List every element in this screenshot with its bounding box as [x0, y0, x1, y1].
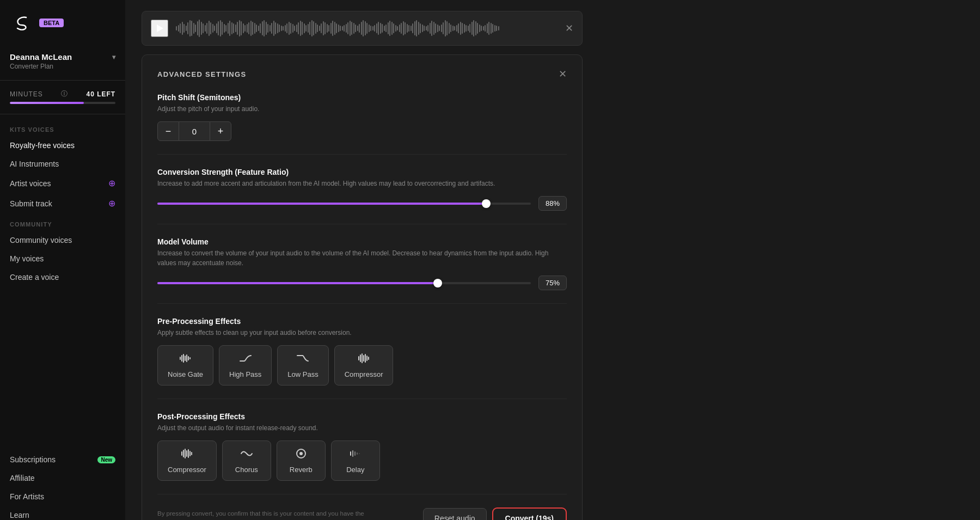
svg-rect-26 [354, 451, 356, 456]
pitch-increment-button[interactable]: + [210, 121, 231, 141]
pitch-decrement-button[interactable]: − [157, 121, 179, 141]
new-badge: New [97, 456, 115, 463]
waveform-bar [332, 21, 333, 36]
panel-title: ADVANCED SETTINGS [157, 70, 246, 78]
model-volume-track[interactable] [157, 282, 531, 284]
pre-processing-row: Pre-Processing Effects Apply subtle effe… [157, 317, 567, 399]
convert-button[interactable]: Convert (19s) [492, 507, 567, 520]
panel-close-button[interactable]: ✕ [559, 68, 567, 80]
waveform-bar [414, 21, 415, 35]
waveform-bar [254, 23, 255, 34]
chorus-button[interactable]: Chorus [222, 441, 271, 481]
waveform-bar [178, 25, 179, 32]
noise-gate-button[interactable]: Noise Gate [157, 345, 213, 386]
waveform-bar [365, 21, 366, 35]
sidebar-item-ai-instruments[interactable]: AI Instruments [0, 155, 125, 173]
pitch-value: 0 [179, 121, 210, 141]
sidebar-item-royalty-free[interactable]: Royalty-free voices [0, 136, 125, 155]
waveform-bar [351, 22, 352, 35]
waveform-bar [247, 24, 248, 33]
minutes-section: MINUTES ⓘ 40 left [0, 89, 125, 114]
pre-processing-effects: Noise Gate High Pass [157, 345, 567, 386]
waveform-bar [488, 22, 489, 35]
minutes-progress-bar [10, 102, 115, 104]
high-pass-button[interactable]: High Pass [219, 345, 272, 386]
sidebar-item-label: For Artists [10, 492, 44, 501]
play-button[interactable] [151, 20, 168, 37]
waveform-bar [187, 22, 188, 34]
pitch-control: − 0 + [157, 121, 231, 141]
reverb-button[interactable]: Reverb [277, 441, 326, 481]
waveform-bar [458, 23, 459, 33]
waveform-bar [437, 25, 438, 32]
waveform-bar [477, 23, 478, 34]
sidebar-item-community-voices[interactable]: Community voices [0, 231, 125, 249]
pitch-shift-row: Pitch Shift (Semitones) Adjust the pitch… [157, 93, 567, 155]
waveform-bar [471, 22, 473, 35]
sidebar-item-subscriptions[interactable]: Subscriptions New [0, 450, 125, 469]
waveform-bar [369, 25, 370, 32]
waveform-bar [317, 25, 318, 32]
waveform-bar [431, 21, 432, 36]
waveform-bar [271, 23, 272, 34]
user-name[interactable]: Deanna McLean ▾ [10, 52, 115, 62]
conversion-strength-thumb[interactable] [482, 199, 491, 208]
reset-audio-button[interactable]: Reset audio [423, 508, 487, 520]
user-section[interactable]: Deanna McLean ▾ Converter Plan [0, 46, 125, 81]
waveform-bar [465, 25, 467, 32]
conversion-strength-value: 88% [538, 196, 567, 211]
panel-header: ADVANCED SETTINGS ✕ [157, 68, 567, 80]
compressor-post-button[interactable]: Compressor [157, 441, 217, 481]
waveform-bar [496, 26, 497, 31]
sidebar-item-create-voice[interactable]: Create a voice [0, 268, 125, 286]
sidebar-item-submit-track[interactable]: Submit track ⊕ [0, 193, 125, 213]
waveform-bar [498, 26, 499, 30]
waveform-bar [183, 24, 185, 33]
minutes-bar-fill [10, 102, 84, 104]
waveform-bar [374, 25, 375, 32]
pitch-shift-desc: Adjust the pitch of your input audio. [157, 104, 567, 114]
waveform-bar [393, 23, 394, 33]
close-player-button[interactable]: ✕ [565, 22, 573, 34]
low-pass-button[interactable]: Low Pass [277, 345, 328, 386]
sidebar-item-for-artists[interactable]: For Artists [0, 487, 125, 506]
waveform-bar [290, 23, 291, 34]
footer-note: By pressing convert, you confirm that th… [157, 509, 364, 520]
waveform-bar [248, 22, 249, 34]
waveform-bar [464, 24, 465, 33]
waveform-bar [384, 26, 385, 31]
svg-rect-2 [181, 355, 182, 362]
waveform-bar [359, 24, 360, 33]
compressor-pre-button[interactable]: Compressor [334, 345, 394, 386]
main-content: ✕ ADVANCED SETTINGS ✕ Pitch Shift (Semit… [125, 0, 599, 520]
delay-button[interactable]: Delay [331, 441, 380, 481]
waveform-bar [186, 26, 187, 31]
waveform-bar [267, 24, 268, 33]
right-area [599, 0, 980, 520]
waveform-bar [441, 25, 442, 32]
waveform-bar [258, 26, 259, 31]
reverb-icon [295, 448, 308, 462]
chevron-down-icon: ▾ [112, 53, 115, 61]
sidebar-item-learn[interactable]: Learn [0, 506, 125, 520]
svg-marker-0 [157, 25, 163, 32]
beta-badge: BETA [39, 19, 64, 27]
sidebar-item-label: Submit track [10, 199, 52, 208]
waveform-bar [462, 23, 463, 34]
model-volume-thumb[interactable] [433, 279, 442, 287]
waveform-bar [224, 24, 225, 33]
sidebar-item-artist-voices[interactable]: Artist voices ⊕ [0, 173, 125, 193]
waveform-bar [372, 26, 373, 30]
waveform-bar [279, 25, 280, 32]
conversion-strength-track[interactable] [157, 203, 531, 205]
waveform-bar [424, 26, 425, 31]
sidebar-item-my-voices[interactable]: My voices [0, 249, 125, 268]
svg-rect-4 [185, 356, 186, 361]
waveform-bar [418, 22, 419, 35]
waveform-bar [191, 21, 192, 36]
waveform-bar [292, 24, 293, 33]
waveform-bar [250, 21, 252, 36]
waveform-bar [401, 23, 402, 34]
add-track-icon: ⊕ [108, 198, 115, 209]
sidebar-item-affiliate[interactable]: Affiliate [0, 469, 125, 487]
